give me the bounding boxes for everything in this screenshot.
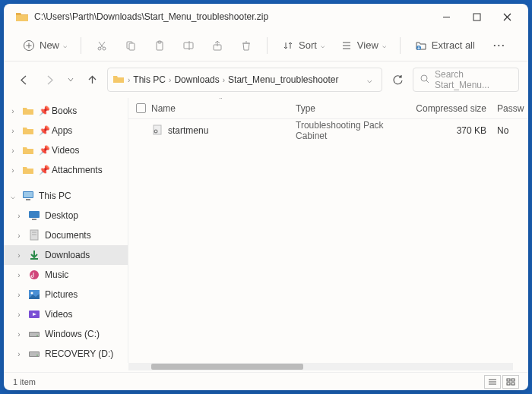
navigation-pane[interactable]: ›📌Books›📌Apps›📌Videos›📌Attachments ⌵ Thi… [4,98,128,363]
up-button[interactable] [81,69,103,90]
svg-point-22 [421,75,427,81]
search-icon [420,74,430,87]
more-button[interactable]: ··· [487,35,512,55]
share-button[interactable] [204,34,230,57]
sidebar-item[interactable]: ›Desktop [4,206,128,225]
breadcrumb-segment[interactable]: This PC [133,74,166,85]
pin-icon: 📌 [39,145,48,156]
view-icon [340,39,353,52]
folder-icon [21,105,35,117]
svg-rect-26 [26,199,30,200]
column-name[interactable]: Name [151,103,296,114]
search-input[interactable]: Search Start_Menu... [413,68,519,92]
sidebar-item-label: Documents [45,230,91,241]
chevron-down-icon[interactable]: ⌵ [8,192,17,200]
chevron-right-icon[interactable]: › [14,271,24,279]
sidebar-item[interactable]: ›Windows (C:) [4,324,128,344]
chevron-right-icon[interactable]: › [14,330,24,339]
thumbnails-view-button[interactable] [502,375,519,389]
sidebar-item[interactable]: ›RECOVERY (D:) [4,344,128,363]
sidebar-item[interactable]: ›📌Books [4,101,128,121]
svg-point-33 [30,270,39,279]
column-type[interactable]: Type [296,103,413,114]
svg-point-42 [36,355,38,356]
chevron-right-icon[interactable]: › [14,212,24,220]
paste-button[interactable] [147,34,173,57]
sidebar-item-label: Videos [52,145,79,156]
rename-icon [182,39,195,52]
minimize-button[interactable] [431,5,461,28]
folder-icon [21,164,35,176]
refresh-button[interactable] [387,69,408,90]
chevron-right-icon[interactable]: › [8,127,17,135]
trash-icon [239,39,253,52]
chevron-right-icon[interactable]: › [14,232,24,240]
delete-button[interactable] [233,34,259,57]
chevron-right-icon[interactable]: › [8,166,17,175]
sidebar-item-label: Apps [52,125,72,136]
recent-button[interactable] [65,69,77,90]
pin-icon: 📌 [39,165,48,175]
svg-rect-50 [507,383,510,385]
status-bar: 1 item [4,372,528,390]
chevron-right-icon: › [169,76,171,84]
forward-button[interactable] [39,69,60,90]
extract-all-button[interactable]: Extract all [408,34,481,57]
file-password: No [497,125,527,136]
pin-icon: 📌 [39,106,48,116]
copy-icon [124,39,138,52]
rename-button[interactable] [176,34,201,57]
scrollbar-thumb[interactable] [151,364,303,370]
sidebar-item[interactable]: ›Downloads [4,245,128,265]
chevron-right-icon[interactable]: › [8,147,17,155]
plus-circle-icon [22,39,36,52]
close-button[interactable] [492,5,522,28]
column-size[interactable]: Compressed size [413,103,497,114]
sidebar-item[interactable]: ›📌Videos [4,140,128,160]
view-button[interactable]: View ⌵ [334,34,392,57]
column-password[interactable]: Passw [497,103,527,114]
drive-icon [27,328,41,340]
pin-icon: 📌 [39,125,48,136]
svg-point-39 [36,335,38,336]
maximize-button[interactable] [461,5,492,28]
chevron-right-icon[interactable]: › [14,251,24,260]
sidebar-item[interactable]: ›📌Attachments [4,160,128,180]
svg-rect-15 [184,43,193,49]
titlebar[interactable]: C:\Users\Parth\Downloads\Start_Menu_trou… [4,4,528,30]
downloads-icon [27,249,41,261]
sidebar-item-label: Attachments [52,165,103,175]
sidebar-item-label: Windows (C:) [45,329,100,339]
svg-rect-48 [507,379,510,381]
column-headers[interactable]: Name Type Compressed size Passw [128,98,528,119]
copy-button[interactable] [118,34,144,57]
chevron-right-icon[interactable]: › [8,107,17,115]
svg-rect-27 [29,211,40,218]
sidebar-item[interactable]: ›Documents [4,225,128,245]
sort-button[interactable]: Sort ⌵ [275,34,331,57]
chevron-right-icon[interactable]: › [14,310,24,319]
file-row[interactable]: startmenuTroubleshooting Pack Cabinet370… [128,119,528,142]
chevron-down-icon: ⌵ [382,42,386,49]
sidebar-item[interactable]: ›Pictures [4,285,128,304]
file-type: Troubleshooting Pack Cabinet [296,120,413,141]
breadcrumb-segment[interactable]: Downloads [174,74,219,85]
address-bar-row: › This PC › Downloads › Start_Menu_troub… [4,61,528,98]
details-view-button[interactable] [484,375,501,389]
cut-button[interactable] [89,34,115,57]
chevron-right-icon[interactable]: › [14,291,24,299]
chevron-down-icon[interactable]: ⌵ [363,75,377,85]
back-button[interactable] [13,69,34,90]
new-button[interactable]: New ⌵ [16,34,73,57]
sidebar-item[interactable]: ›Videos [4,304,128,324]
sidebar-item-this-pc[interactable]: ⌵ This PC [4,186,128,206]
chevron-right-icon[interactable]: › [14,350,24,358]
breadcrumb[interactable]: › This PC › Downloads › Start_Menu_troub… [107,68,382,92]
chevron-down-icon: ⌵ [321,42,325,49]
sidebar-item[interactable]: ›📌Apps [4,121,128,140]
breadcrumb-segment[interactable]: Start_Menu_troubleshooter [228,74,338,85]
horizontal-scrollbar[interactable] [128,363,513,370]
sidebar-item[interactable]: ›Music [4,265,128,285]
select-all-checkbox[interactable] [136,103,146,113]
chevron-down-icon: ⌵ [63,42,67,49]
